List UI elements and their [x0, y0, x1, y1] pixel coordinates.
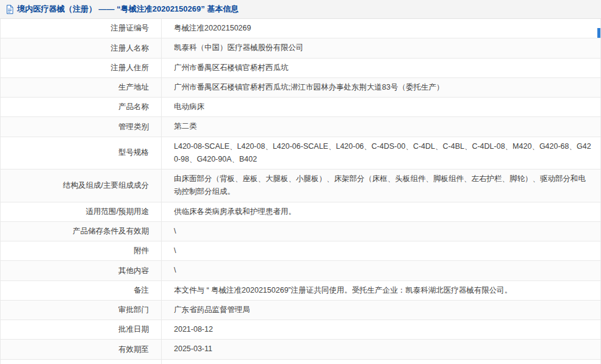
row-label: 有效期至 [1, 340, 162, 359]
row-value: \ [162, 241, 600, 260]
row-label: 注册证编号 [1, 19, 162, 38]
row-value: 电动病床 [162, 98, 600, 116]
table-row: 有效期至 2025-03-11 [1, 340, 600, 359]
row-value: 广州市番禺区石楼镇官桥村西瓜坑;潜江市园林办事处东荆大道83号（委托生产） [162, 78, 600, 97]
table-row: 注册人住所 广州市番禺区石楼镇官桥村西瓜坑 [1, 59, 600, 78]
table-row: 注册证编号 粤械注准20202150269 [1, 19, 600, 38]
row-value: \ [162, 261, 600, 280]
table-row: 产品名称 电动病床 [1, 98, 600, 117]
table-row: 备注 本文件与 “ 粤械注准20202150269”注册证共同使用。受托生产企业… [1, 281, 600, 301]
table-row: 批准日期 2021-08-12 [1, 320, 600, 340]
table-row: 审批部门 广东省药品监督管理局 [1, 301, 600, 320]
row-label: 管理类别 [1, 117, 162, 136]
document-icon [6, 5, 13, 14]
table-row: 变更情况 [1, 360, 600, 364]
row-label: 批准日期 [1, 320, 162, 339]
scrollbar-thumb[interactable] [597, 28, 600, 38]
row-value: 2021-08-12 [162, 320, 600, 339]
row-label: 注册人名称 [1, 38, 162, 57]
table-row: 结构及组成/主要组成成分 由床面部分（背板、座板、大腿板、小腿板）、床架部分（床… [1, 170, 600, 202]
row-value: 本文件与 “ 粤械注准20202150269”注册证共同使用。受托生产企业：凯泰… [162, 281, 600, 300]
row-label: 结构及组成/主要组成成分 [1, 170, 162, 202]
row-value: 广东省药品监督管理局 [162, 301, 600, 319]
row-value: 第二类 [162, 117, 600, 136]
table-row: 附件 \ [1, 241, 600, 261]
row-label: 产品储存条件及有效期 [1, 222, 162, 241]
page-title: 境内医疗器械（注册） —— “粤械注准20202150269” 基本信息 [17, 4, 239, 15]
row-label: 生产地址 [1, 78, 162, 97]
row-label: 附件 [1, 241, 162, 260]
row-label: 适用范围/预期用途 [1, 202, 162, 221]
page-header: 境内医疗器械（注册） —— “粤械注准20202150269” 基本信息 [0, 0, 601, 19]
row-value: 由床面部分（背板、座板、大腿板、小腿板）、床架部分（床框、头板组件、脚板组件、左… [162, 170, 600, 202]
row-value: 粤械注准20202150269 [162, 19, 600, 38]
row-label: 注册人住所 [1, 59, 162, 77]
row-value: 2025-03-11 [162, 340, 600, 359]
row-label: 产品名称 [1, 98, 162, 116]
row-value: 供临床各类病房承载和护理患者用。 [162, 202, 600, 221]
row-value: L420-08-SCALE、L420-08、L420-06-SCALE、L420… [162, 137, 600, 170]
row-label: 变更情况 [1, 360, 162, 364]
table-row: 生产地址 广州市番禺区石楼镇官桥村西瓜坑;潜江市园林办事处东荆大道83号（委托生… [1, 78, 600, 98]
row-label: 型号规格 [1, 137, 162, 170]
row-value [162, 360, 600, 364]
row-value: 凯泰科（中国）医疗器械股份有限公司 [162, 38, 600, 57]
row-label: 审批部门 [1, 301, 162, 319]
table-row: 产品储存条件及有效期 \ [1, 222, 600, 241]
row-label: 其他内容 [1, 261, 162, 280]
row-value: \ [162, 222, 600, 241]
registration-info-table: 注册证编号 粤械注准20202150269 注册人名称 凯泰科（中国）医疗器械股… [0, 19, 601, 364]
table-row: 型号规格 L420-08-SCALE、L420-08、L420-06-SCALE… [1, 137, 600, 170]
table-row: 管理类别 第二类 [1, 117, 600, 137]
row-value: 广州市番禺区石楼镇官桥村西瓜坑 [162, 59, 600, 77]
table-row: 其他内容 \ [1, 261, 600, 280]
row-label: 备注 [1, 281, 162, 300]
table-row: 注册人名称 凯泰科（中国）医疗器械股份有限公司 [1, 38, 600, 58]
table-row: 适用范围/预期用途 供临床各类病房承载和护理患者用。 [1, 202, 600, 222]
